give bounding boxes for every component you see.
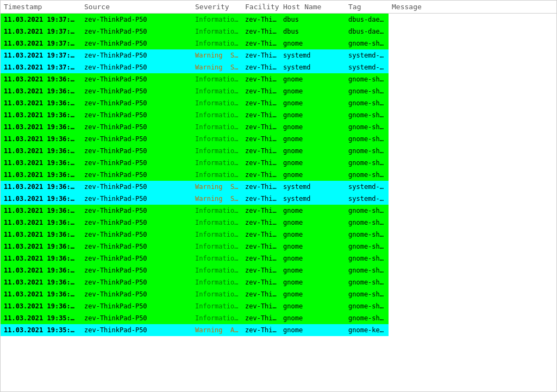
table-row[interactable]: 11.03.2021 19:36:10 zev-ThinkPad-P50 Inf…	[1, 109, 557, 121]
cell-hostname: zev-ThinkPad-P50	[242, 252, 280, 264]
cell-hostname: zev-ThinkPad-P50	[242, 300, 280, 312]
cell-severity: Informational System	[192, 145, 242, 157]
cell-message: gnome-shell[3082]: Window manager war	[345, 109, 389, 121]
cell-timestamp: 11.03.2021 19:37:20	[1, 14, 81, 26]
cell-source: zev-ThinkPad-P50	[81, 288, 192, 300]
table-row[interactable]: 11.03.2021 19:36:10 zev-ThinkPad-P50 Inf…	[1, 133, 557, 145]
cell-source: zev-ThinkPad-P50	[81, 145, 192, 157]
cell-timestamp: 11.03.2021 19:35:52	[1, 324, 81, 336]
cell-hostname: zev-ThinkPad-P50	[242, 241, 280, 252]
cell-severity: Informational System	[192, 73, 242, 85]
cell-severity: Informational System	[192, 157, 242, 169]
cell-message: gnome-shell[3082]: Window manager war	[345, 241, 389, 252]
cell-hostname: zev-ThinkPad-P50	[242, 37, 280, 49]
cell-hostname: zev-ThinkPad-P50	[242, 264, 280, 276]
cell-message: gnome-shell[3082]: Window manager war	[345, 229, 389, 241]
cell-tag: gnome	[280, 276, 345, 288]
table-row[interactable]: 11.03.2021 19:36:10 zev-ThinkPad-P50 Inf…	[1, 121, 557, 133]
cell-source: zev-ThinkPad-P50	[81, 85, 192, 97]
table-row[interactable]: 11.03.2021 19:36:03 zev-ThinkPad-P50 Inf…	[1, 217, 557, 229]
col-header-message[interactable]: Message	[389, 1, 557, 14]
table-row[interactable]: 11.03.2021 19:37:04 zev-ThinkPad-P50 War…	[1, 61, 557, 73]
table-row[interactable]: 11.03.2021 19:36:03 zev-ThinkPad-P50 Inf…	[1, 205, 557, 217]
cell-severity: Informational System	[192, 26, 242, 37]
table-row[interactable]: 11.03.2021 19:36:10 zev-ThinkPad-P50 Inf…	[1, 85, 557, 97]
cell-source: zev-ThinkPad-P50	[81, 324, 192, 336]
table-row[interactable]: 11.03.2021 19:37:10 zev-ThinkPad-P50 Inf…	[1, 37, 557, 49]
table-row[interactable]: 11.03.2021 19:36:30 zev-ThinkPad-P50 Inf…	[1, 73, 557, 85]
table-row[interactable]: 11.03.2021 19:36:03 zev-ThinkPad-P50 Inf…	[1, 264, 557, 276]
col-header-tag[interactable]: Tag	[345, 1, 389, 14]
table-row[interactable]: 11.03.2021 19:36:03 zev-ThinkPad-P50 Inf…	[1, 229, 557, 241]
cell-hostname: zev-ThinkPad-P50	[242, 145, 280, 157]
cell-hostname: zev-ThinkPad-P50	[242, 61, 280, 73]
col-header-timestamp[interactable]: Timestamp	[1, 1, 81, 14]
cell-tag: systemd	[280, 61, 345, 73]
cell-source: zev-ThinkPad-P50	[81, 276, 192, 288]
cell-hostname: zev-ThinkPad-P50	[242, 121, 280, 133]
table-row[interactable]: 11.03.2021 19:36:10 zev-ThinkPad-P50 Inf…	[1, 169, 557, 181]
table-row[interactable]: 11.03.2021 19:37:20 zev-ThinkPad-P50 Inf…	[1, 14, 557, 26]
table-row[interactable]: 11.03.2021 19:36:10 zev-ThinkPad-P50 Inf…	[1, 145, 557, 157]
cell-source: zev-ThinkPad-P50	[81, 26, 192, 37]
table-row[interactable]: 11.03.2021 19:36:04 zev-ThinkPad-P50 War…	[1, 193, 557, 205]
cell-severity: Informational System	[192, 252, 242, 264]
col-header-facility[interactable]: Facility	[242, 1, 280, 14]
cell-tag: gnome	[280, 217, 345, 229]
col-header-source[interactable]: Source	[81, 1, 192, 14]
cell-hostname: zev-ThinkPad-P50	[242, 169, 280, 181]
cell-hostname: zev-ThinkPad-P50	[242, 26, 280, 37]
cell-source: zev-ThinkPad-P50	[81, 73, 192, 85]
cell-source: zev-ThinkPad-P50	[81, 229, 192, 241]
cell-tag: gnome	[280, 324, 345, 336]
cell-tag: gnome	[280, 229, 345, 241]
cell-hostname: zev-ThinkPad-P50	[242, 85, 280, 97]
cell-severity: Informational System	[192, 264, 242, 276]
cell-hostname: zev-ThinkPad-P50	[242, 181, 280, 193]
cell-message: gnome-shell[3082]: Window manager war	[345, 217, 389, 229]
cell-message: dbus-daemon[2669]: [session uid=1000 pic	[345, 14, 389, 26]
cell-hostname: zev-ThinkPad-P50	[242, 133, 280, 145]
cell-severity: Warning System	[192, 61, 242, 73]
cell-timestamp: 11.03.2021 19:36:30	[1, 73, 81, 85]
cell-severity: Informational System	[192, 133, 242, 145]
cell-severity: Informational System	[192, 121, 242, 133]
cell-tag: gnome	[280, 264, 345, 276]
table-row[interactable]: 11.03.2021 19:36:04 zev-ThinkPad-P50 War…	[1, 181, 557, 193]
table-row[interactable]: 11.03.2021 19:36:03 zev-ThinkPad-P50 Inf…	[1, 276, 557, 288]
col-header-hostname[interactable]: Host Name	[280, 1, 345, 14]
col-header-severity[interactable]: Severity	[192, 1, 242, 14]
cell-severity: Warning System	[192, 193, 242, 205]
cell-timestamp: 11.03.2021 19:36:03	[1, 205, 81, 217]
cell-message: gnome-shell[3082]: Window manager war	[345, 85, 389, 97]
cell-message: gnome-shell[3082]: Window manager war	[345, 97, 389, 109]
cell-source: zev-ThinkPad-P50	[81, 37, 192, 49]
cell-severity: Informational System	[192, 241, 242, 252]
table-row[interactable]: 11.03.2021 19:36:03 zev-ThinkPad-P50 Inf…	[1, 300, 557, 312]
table-row[interactable]: 11.03.2021 19:36:03 zev-ThinkPad-P50 Inf…	[1, 241, 557, 252]
table-row[interactable]: 11.03.2021 19:35:56 zev-ThinkPad-P50 Inf…	[1, 312, 557, 324]
table-row[interactable]: 11.03.2021 19:35:52 zev-ThinkPad-P50 War…	[1, 324, 557, 336]
cell-message: systemd-resolved[1343]: message repeate	[345, 181, 389, 193]
table-row[interactable]: 11.03.2021 19:36:10 zev-ThinkPad-P50 Inf…	[1, 97, 557, 109]
cell-hostname: zev-ThinkPad-P50	[242, 324, 280, 336]
cell-timestamp: 11.03.2021 19:36:10	[1, 133, 81, 145]
cell-tag: gnome	[280, 121, 345, 133]
cell-message: gnome-shell[3082]: Window manager war	[345, 252, 389, 264]
cell-tag: systemd	[280, 193, 345, 205]
cell-hostname: zev-ThinkPad-P50	[242, 73, 280, 85]
cell-timestamp: 11.03.2021 19:36:03	[1, 276, 81, 288]
cell-timestamp: 11.03.2021 19:37:20	[1, 26, 81, 37]
log-table-container: Timestamp Source Severity Facility Host …	[0, 0, 557, 392]
cell-tag: gnome	[280, 109, 345, 121]
table-row[interactable]: 11.03.2021 19:36:03 zev-ThinkPad-P50 Inf…	[1, 252, 557, 264]
cell-message: gnome-shell[3082]: Window manager war	[345, 300, 389, 312]
table-row[interactable]: 11.03.2021 19:36:03 zev-ThinkPad-P50 Inf…	[1, 288, 557, 300]
cell-timestamp: 11.03.2021 19:36:10	[1, 85, 81, 97]
cell-tag: gnome	[280, 133, 345, 145]
table-row[interactable]: 11.03.2021 19:37:05 zev-ThinkPad-P50 War…	[1, 49, 557, 61]
cell-source: zev-ThinkPad-P50	[81, 169, 192, 181]
table-row[interactable]: 11.03.2021 19:37:20 zev-ThinkPad-P50 Inf…	[1, 26, 557, 37]
table-row[interactable]: 11.03.2021 19:36:10 zev-ThinkPad-P50 Inf…	[1, 157, 557, 169]
cell-message: gnome-shell[3082]: Window manager war	[345, 169, 389, 181]
